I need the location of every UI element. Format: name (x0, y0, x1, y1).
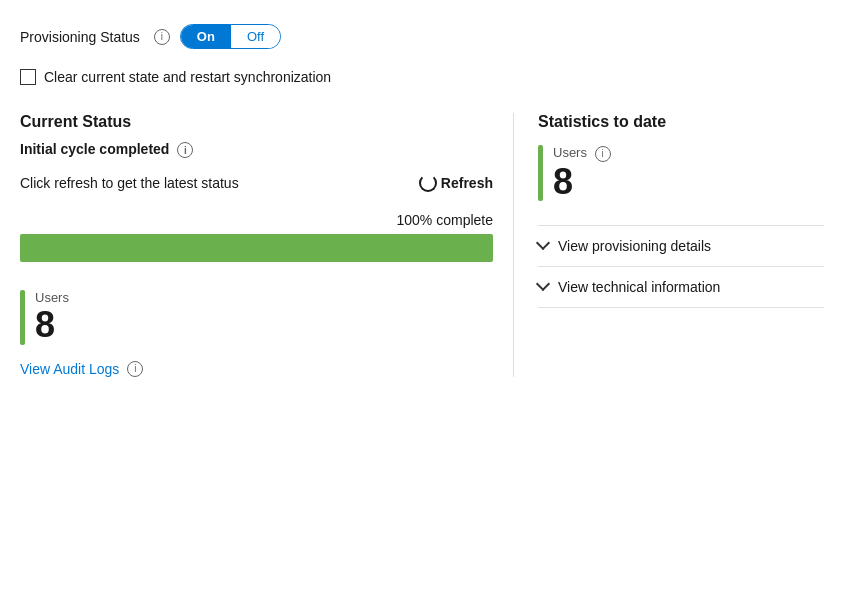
provisioning-toggle[interactable]: On Off (180, 24, 281, 49)
view-provisioning-details-label: View provisioning details (558, 238, 711, 254)
stats-users-section: Users i 8 (538, 145, 824, 201)
refresh-row: Click refresh to get the latest status R… (20, 174, 493, 192)
provisioning-status-info-icon[interactable]: i (154, 29, 170, 45)
main-layout: Current Status Initial cycle completed i… (20, 113, 824, 377)
progress-bar (20, 234, 493, 262)
toggle-off-option[interactable]: Off (231, 25, 280, 48)
refresh-hint-text: Click refresh to get the latest status (20, 175, 239, 191)
users-section-left: Users 8 (20, 290, 493, 345)
users-bar-left (20, 290, 25, 345)
stats-users-info: Users i 8 (553, 145, 611, 201)
sync-checkbox[interactable] (20, 69, 36, 85)
audit-info-icon[interactable]: i (127, 361, 143, 377)
stats-users-info-icon[interactable]: i (595, 146, 611, 162)
cycle-status-label: Initial cycle completed i (20, 141, 493, 158)
view-provisioning-details-row[interactable]: View provisioning details (538, 225, 824, 266)
left-panel: Current Status Initial cycle completed i… (20, 113, 514, 377)
checkbox-label: Clear current state and restart synchron… (44, 69, 331, 85)
refresh-button[interactable]: Refresh (419, 174, 493, 192)
provisioning-status-label: Provisioning Status (20, 29, 140, 45)
right-panel: Statistics to date Users i 8 View provis… (514, 113, 824, 377)
current-status-title: Current Status (20, 113, 493, 131)
provisioning-status-row: Provisioning Status i On Off (20, 24, 824, 49)
toggle-on-option[interactable]: On (181, 25, 231, 48)
refresh-icon (419, 174, 437, 192)
chevron-down-icon-provisioning (538, 240, 550, 252)
progress-label: 100% complete (20, 212, 493, 228)
audit-logs-link[interactable]: View Audit Logs i (20, 361, 143, 377)
stats-users-label: Users i (553, 145, 611, 162)
checkbox-row[interactable]: Clear current state and restart synchron… (20, 69, 824, 85)
cycle-info-icon[interactable]: i (177, 142, 193, 158)
stats-users-count: 8 (553, 162, 611, 202)
chevron-down-icon-technical (538, 281, 550, 293)
users-info-left: Users 8 (35, 290, 69, 345)
stats-title: Statistics to date (538, 113, 824, 131)
stats-bar (538, 145, 543, 201)
view-technical-info-row[interactable]: View technical information (538, 266, 824, 308)
view-technical-info-label: View technical information (558, 279, 720, 295)
users-label-left: Users (35, 290, 69, 305)
users-count-left: 8 (35, 305, 69, 345)
